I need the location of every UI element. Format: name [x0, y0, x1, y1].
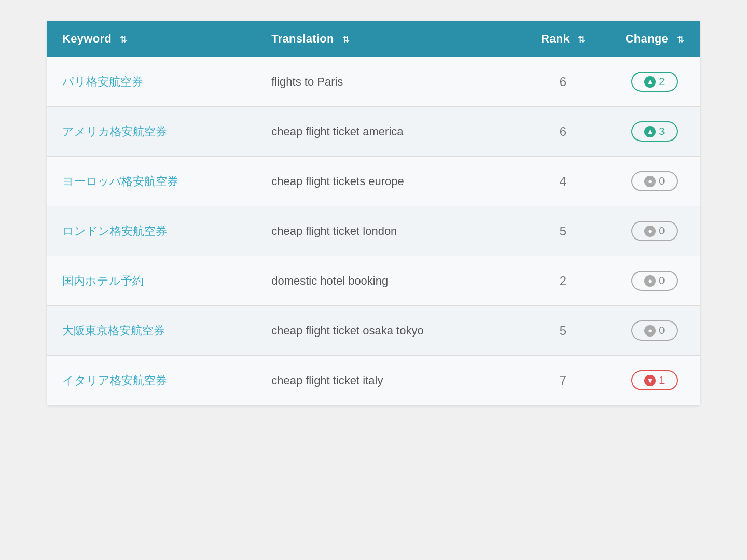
keyword-sort-icon[interactable]: ⇅ — [120, 35, 127, 45]
change-header-label: Change — [626, 32, 668, 45]
translation-cell: cheap flight ticket italy — [256, 356, 517, 405]
change-value: 0 — [659, 325, 665, 337]
change-cell: ●0 — [609, 306, 700, 356]
change-direction-icon: ▲ — [644, 76, 656, 88]
change-cell: ▲3 — [609, 107, 700, 157]
keyword-column-header[interactable]: Keyword ⇅ — [47, 21, 256, 57]
translation-cell: flights to Paris — [256, 57, 517, 107]
change-badge: ●0 — [631, 221, 678, 241]
keyword-cell: 国内ホテル予約 — [47, 256, 256, 306]
change-badge: ▼1 — [631, 370, 678, 390]
change-badge: ▲2 — [631, 72, 678, 92]
rank-cell: 5 — [517, 306, 608, 356]
change-cell: ●0 — [609, 256, 700, 306]
rank-sort-icon[interactable]: ⇅ — [578, 35, 585, 45]
change-badge: ▲3 — [631, 121, 678, 142]
change-badge: ●0 — [631, 171, 678, 191]
change-value: 3 — [659, 125, 665, 137]
table-row: ロンドン格安航空券cheap flight ticket london5●0 — [47, 206, 700, 256]
translation-sort-icon[interactable]: ⇅ — [342, 35, 349, 45]
table-header-row: Keyword ⇅ Translation ⇅ Rank ⇅ Change ⇅ — [47, 21, 700, 57]
change-direction-icon: ● — [644, 325, 656, 337]
change-value: 0 — [659, 225, 665, 237]
change-sort-icon[interactable]: ⇅ — [677, 35, 684, 45]
translation-cell: cheap flight ticket london — [256, 206, 517, 256]
change-direction-icon: ● — [644, 176, 656, 187]
rank-cell: 4 — [517, 157, 608, 206]
keyword-table: Keyword ⇅ Translation ⇅ Rank ⇅ Change ⇅ … — [47, 21, 700, 405]
change-value: 1 — [659, 374, 665, 386]
change-value: 0 — [659, 275, 665, 287]
table-row: 国内ホテル予約domestic hotel booking2●0 — [47, 256, 700, 306]
rank-cell: 2 — [517, 256, 608, 306]
change-cell: ●0 — [609, 157, 700, 206]
change-value: 0 — [659, 175, 665, 187]
keyword-cell: ヨーロッパ格安航空券 — [47, 157, 256, 206]
change-direction-icon: ▼ — [644, 375, 656, 386]
change-direction-icon: ● — [644, 275, 656, 287]
table-row: イタリア格安航空券cheap flight ticket italy7▼1 — [47, 356, 700, 405]
keyword-cell: ロンドン格安航空券 — [47, 206, 256, 256]
rank-column-header[interactable]: Rank ⇅ — [517, 21, 608, 57]
rank-cell: 7 — [517, 356, 608, 405]
change-badge: ●0 — [631, 271, 678, 291]
translation-cell: cheap flight ticket america — [256, 107, 517, 157]
keyword-cell: イタリア格安航空券 — [47, 356, 256, 405]
keyword-header-label: Keyword — [62, 32, 112, 45]
table-row: ヨーロッパ格安航空券cheap flight tickets europe4●0 — [47, 157, 700, 206]
change-badge: ●0 — [631, 320, 678, 341]
change-cell: ▼1 — [609, 356, 700, 405]
translation-cell: cheap flight tickets europe — [256, 157, 517, 206]
translation-header-label: Translation — [271, 32, 334, 45]
table-row: アメリカ格安航空券cheap flight ticket america6▲3 — [47, 107, 700, 157]
change-column-header[interactable]: Change ⇅ — [609, 21, 700, 57]
change-direction-icon: ● — [644, 226, 656, 237]
change-direction-icon: ▲ — [644, 126, 656, 137]
table-row: パリ格安航空券flights to Paris6▲2 — [47, 57, 700, 107]
translation-cell: domestic hotel booking — [256, 256, 517, 306]
translation-cell: cheap flight ticket osaka tokyo — [256, 306, 517, 356]
change-cell: ▲2 — [609, 57, 700, 107]
change-value: 2 — [659, 76, 665, 88]
rank-cell: 5 — [517, 206, 608, 256]
table-row: 大阪東京格安航空券cheap flight ticket osaka tokyo… — [47, 306, 700, 356]
rank-header-label: Rank — [541, 32, 570, 45]
keyword-cell: 大阪東京格安航空券 — [47, 306, 256, 356]
rank-cell: 6 — [517, 57, 608, 107]
change-cell: ●0 — [609, 206, 700, 256]
translation-column-header[interactable]: Translation ⇅ — [256, 21, 517, 57]
rank-cell: 6 — [517, 107, 608, 157]
keyword-cell: パリ格安航空券 — [47, 57, 256, 107]
keyword-cell: アメリカ格安航空券 — [47, 107, 256, 157]
